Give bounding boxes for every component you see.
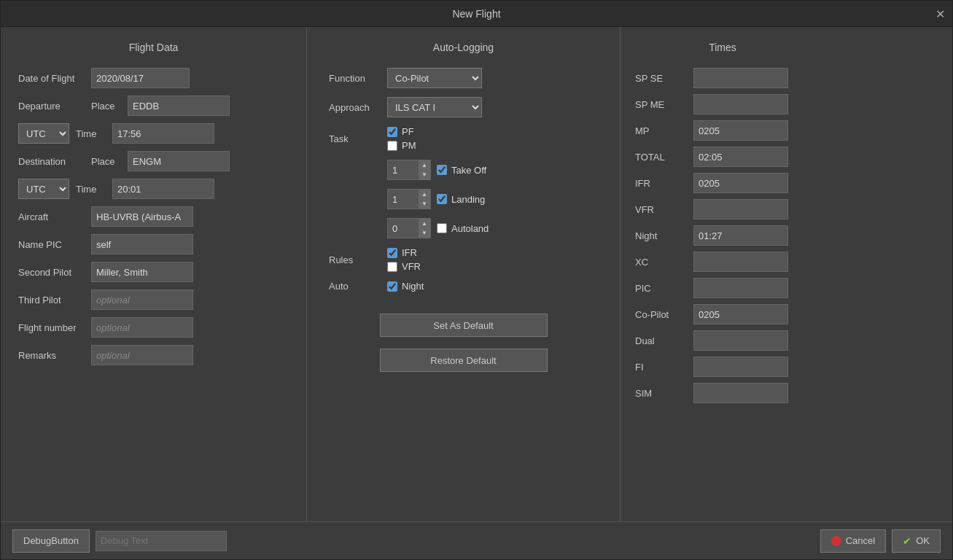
ifr-input[interactable] [693, 173, 788, 193]
sp-me-row: SP ME [635, 94, 810, 114]
autoland-spinner-up[interactable]: ▲ [419, 219, 430, 228]
ifr-row: IFR [635, 173, 810, 193]
ifr-label: IFR [635, 178, 693, 189]
night-input[interactable] [693, 225, 788, 246]
ok-button[interactable]: ✔ OK [892, 529, 941, 553]
destination-time-input[interactable] [112, 179, 214, 199]
second-pilot-label: Second Pilot [18, 267, 91, 278]
remarks-input[interactable] [91, 345, 193, 365]
autoland-row: ▲ ▼ Autoland [329, 218, 598, 238]
landing-spinner-up[interactable]: ▲ [419, 190, 430, 199]
aircraft-row: Aircraft [18, 206, 289, 227]
dual-input[interactable] [693, 330, 788, 351]
destination-timezone-select[interactable]: UTC [18, 179, 69, 199]
destination-label: Destination [18, 156, 91, 167]
task-pf-checkbox[interactable] [387, 127, 397, 137]
xc-label: XC [635, 257, 693, 268]
landing-spinner-down[interactable]: ▼ [419, 199, 430, 209]
pic-input[interactable] [693, 278, 788, 298]
autoland-spinner-buttons: ▲ ▼ [419, 219, 430, 238]
takeoff-spinner-down[interactable]: ▼ [419, 170, 430, 179]
total-input[interactable] [693, 147, 788, 167]
autoland-spinner: ▲ ▼ [387, 218, 431, 238]
date-of-flight-row: Date of Flight [18, 68, 289, 88]
rules-vfr-checkbox[interactable] [387, 262, 397, 272]
departure-place-label: Place [91, 101, 128, 112]
total-label: TOTAL [635, 152, 693, 163]
function-select[interactable]: Co-Pilot PIC Instructor Student [387, 68, 482, 88]
sim-input[interactable] [693, 383, 788, 403]
auto-row: Auto Night [329, 281, 598, 292]
auto-night-checkbox[interactable] [387, 281, 397, 292]
departure-label: Departure [18, 101, 91, 112]
restore-default-button[interactable]: Restore Default [380, 349, 548, 372]
task-pm-label: PM [402, 140, 416, 151]
dual-row: Dual [635, 330, 810, 351]
cancel-button[interactable]: Cancel [820, 529, 886, 553]
sp-se-label: SP SE [635, 73, 693, 84]
xc-input[interactable] [693, 252, 788, 272]
departure-timezone-select[interactable]: UTC [18, 123, 69, 144]
autoland-spinner-group: ▲ ▼ Autoland [387, 218, 489, 238]
pic-row: PIC [635, 278, 810, 298]
landing-checkbox[interactable] [437, 194, 447, 204]
cancel-icon [831, 536, 841, 546]
rules-ifr-label: IFR [402, 247, 417, 258]
takeoff-label: Take Off [451, 165, 486, 176]
third-pilot-row: Third Pilot [18, 289, 289, 310]
destination-row: Destination Place [18, 151, 289, 171]
name-pic-input[interactable] [91, 234, 193, 254]
sp-me-label: SP ME [635, 99, 693, 110]
fi-input[interactable] [693, 357, 788, 377]
aircraft-input[interactable] [91, 206, 193, 227]
copilot-input[interactable] [693, 304, 788, 324]
takeoff-spinner-up[interactable]: ▲ [419, 160, 430, 170]
takeoff-checkbox[interactable] [437, 165, 447, 175]
takeoff-spinner-buttons: ▲ ▼ [419, 160, 430, 179]
date-of-flight-input[interactable] [91, 68, 190, 88]
flight-number-label: Flight number [18, 322, 91, 333]
set-as-default-button[interactable]: Set As Default [380, 314, 548, 337]
sp-se-row: SP SE [635, 68, 810, 88]
rules-ifr-checkbox[interactable] [387, 248, 397, 258]
sp-me-input[interactable] [693, 94, 788, 114]
flight-number-input[interactable] [91, 317, 193, 338]
auto-logging-title: Auto-Logging [329, 42, 598, 53]
landing-spinner: ▲ ▼ [387, 189, 431, 209]
dual-label: Dual [635, 335, 693, 346]
auto-logging-panel: Auto-Logging Function Co-Pilot PIC Instr… [307, 27, 621, 521]
departure-place-input[interactable] [128, 96, 230, 116]
departure-time-label: Time [76, 128, 112, 139]
remarks-label: Remarks [18, 350, 91, 361]
approach-label: Approach [329, 102, 387, 113]
approach-select[interactable]: ILS CAT I ILS CAT II ILS CAT III VOR NDB… [387, 97, 482, 117]
mp-input[interactable] [693, 120, 788, 141]
task-label: Task [329, 133, 387, 144]
task-pm-checkbox[interactable] [387, 141, 397, 151]
night-row: Night [635, 225, 810, 246]
name-pic-row: Name PIC [18, 234, 289, 254]
remarks-row: Remarks [18, 345, 289, 365]
autoland-spinner-down[interactable]: ▼ [419, 228, 430, 238]
times-panel: Times SP SE SP ME MP TOTAL IFR [621, 27, 825, 521]
landing-row: ▲ ▼ Landing [329, 189, 598, 209]
vfr-input[interactable] [693, 199, 788, 219]
debug-button[interactable]: DebugButton [12, 529, 90, 553]
autoland-checkbox[interactable] [437, 223, 447, 233]
mp-label: MP [635, 125, 693, 136]
close-button[interactable]: ✕ [936, 7, 945, 20]
task-row: Task PF PM [329, 126, 598, 151]
sp-se-input[interactable] [693, 68, 788, 88]
total-row: TOTAL [635, 147, 810, 167]
pic-label: PIC [635, 283, 693, 294]
vfr-row: VFR [635, 199, 810, 219]
destination-place-input[interactable] [128, 151, 230, 171]
debug-text-input[interactable] [96, 531, 227, 551]
approach-row: Approach ILS CAT I ILS CAT II ILS CAT II… [329, 97, 598, 117]
function-label: Function [329, 73, 387, 84]
third-pilot-input[interactable] [91, 289, 193, 310]
departure-time-row: UTC Time [18, 123, 289, 144]
second-pilot-input[interactable] [91, 262, 193, 282]
sim-label: SIM [635, 388, 693, 399]
departure-time-input[interactable] [112, 123, 214, 144]
